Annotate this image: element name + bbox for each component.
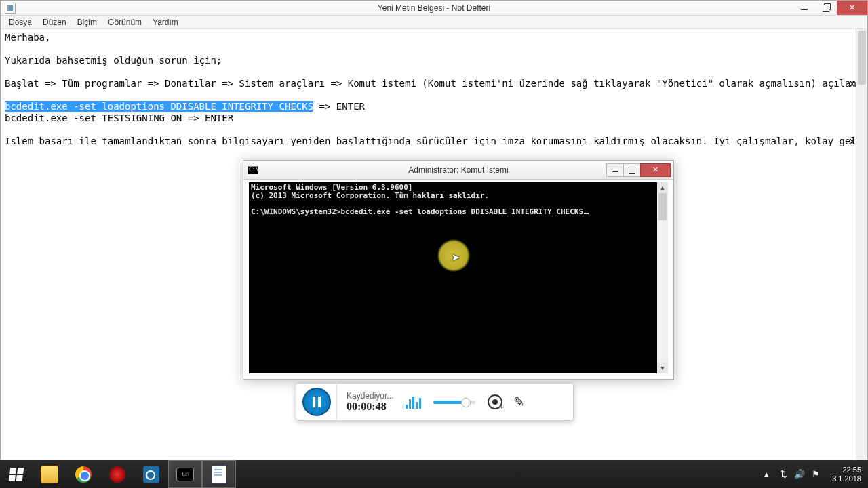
scroll-down-icon[interactable]: ▼ <box>657 363 668 373</box>
scrollbar-thumb[interactable] <box>858 30 866 85</box>
chrome-icon <box>75 466 92 483</box>
tray-volume-icon[interactable]: 🔊 <box>794 469 805 479</box>
menu-edit[interactable]: Düzen <box>37 16 72 28</box>
taskbar-notepad[interactable] <box>202 460 236 488</box>
cmd-line-copyright: (c) 2013 Microsoft Corporation. Tüm hakl… <box>251 192 666 200</box>
cmd-scrollbar-vertical[interactable]: ▲ ▼ <box>657 182 668 373</box>
close-button[interactable] <box>837 1 867 15</box>
menu-format[interactable]: Biçim <box>72 16 102 28</box>
maximize-button[interactable] <box>815 1 837 15</box>
notepad-scrollbar-vertical[interactable] <box>856 29 867 460</box>
cmd-app-icon <box>248 166 258 174</box>
menu-file[interactable]: Dosya <box>3 16 37 28</box>
scroll-up-icon[interactable]: ▲ <box>657 182 668 193</box>
recorder-widget: Kaydediyor... 00:00:48 + ✎ <box>296 383 574 421</box>
notepad-title: Yeni Metin Belgesi - Not Defteri <box>378 3 490 13</box>
taskbar-camtasia[interactable] <box>134 460 168 488</box>
recorder-time: 00:00:48 <box>347 401 393 413</box>
tray-clock[interactable]: 22:55 3.1.2018 <box>825 466 868 483</box>
notepad-text-area[interactable]: Merhaba, Yukarıda bahsetmiş olduğun soru… <box>1 29 867 150</box>
notepad-menubar: Dosya Düzen Biçim Görünüm Yardım <box>1 16 867 29</box>
tray-network-icon[interactable]: ⇅ <box>780 469 787 479</box>
menu-help[interactable]: Yardım <box>147 16 184 28</box>
notepad-icon <box>212 466 226 483</box>
tray-flag-icon[interactable]: ⚑ <box>812 469 820 479</box>
tray-date: 3.1.2018 <box>832 474 861 483</box>
red-circle-icon <box>109 466 125 483</box>
tray-time: 22:55 <box>832 466 861 474</box>
cmd-terminal[interactable]: Microsoft Windows [Version 6.3.9600](c) … <box>249 182 668 373</box>
cmd-close-button[interactable] <box>640 163 671 177</box>
audio-level-icon <box>406 395 421 409</box>
recorder-pause-button[interactable] <box>302 388 331 416</box>
recorder-volume-slider[interactable] <box>433 401 475 404</box>
recorder-webcam-button[interactable]: + <box>488 394 502 409</box>
notepad-app-icon <box>5 3 16 14</box>
tray-chevron-up-icon[interactable]: ▲ <box>758 470 774 479</box>
cursor-arrow-icon: ➤ <box>451 251 460 264</box>
notepad-selection: bcdedit.exe -set loadoptions DDISABLE_IN… <box>5 101 313 112</box>
start-button[interactable] <box>0 460 33 488</box>
scrollbar-thumb[interactable] <box>658 193 667 220</box>
windows-logo-icon <box>9 468 24 481</box>
recorder-status-label: Kaydediyor... <box>347 391 393 401</box>
cmd-caret <box>584 213 589 214</box>
notepad-titlebar[interactable]: Yeni Metin Belgesi - Not Defteri <box>1 1 867 16</box>
cmd-title: Administrator: Komut İstemi <box>408 165 508 175</box>
cursor-highlight: ➤ <box>437 239 470 272</box>
file-explorer-icon <box>41 466 58 483</box>
taskbar-chrome[interactable] <box>66 460 100 488</box>
cmd-maximize-button[interactable] <box>623 163 641 177</box>
taskbar-file-explorer[interactable] <box>33 460 66 488</box>
cmd-prompt: C:\WINDOWS\system32> <box>251 207 340 216</box>
camtasia-icon <box>143 466 159 483</box>
cmd-typed: bcdedit.exe -set loadoptions DDISABLE_IN… <box>340 207 583 216</box>
taskbar: ▲ ⇅ 🔊 ⚑ 22:55 3.1.2018 <box>0 460 868 488</box>
minimize-button[interactable] <box>793 1 815 15</box>
cmd-titlebar[interactable]: Administrator: Komut İstemi <box>243 161 673 180</box>
taskbar-app-red[interactable] <box>100 460 134 488</box>
system-tray: ▲ ⇅ 🔊 ⚑ 22:55 3.1.2018 <box>758 460 868 488</box>
taskbar-cmd[interactable] <box>168 460 202 488</box>
cmd-minimize-button[interactable] <box>606 163 624 177</box>
truncated-x-2: x <box>850 136 855 146</box>
menu-view[interactable]: Görünüm <box>102 16 147 28</box>
truncated-x-1: x <box>850 78 855 89</box>
recorder-annotate-button[interactable]: ✎ <box>513 394 525 410</box>
cmd-icon <box>176 468 194 481</box>
